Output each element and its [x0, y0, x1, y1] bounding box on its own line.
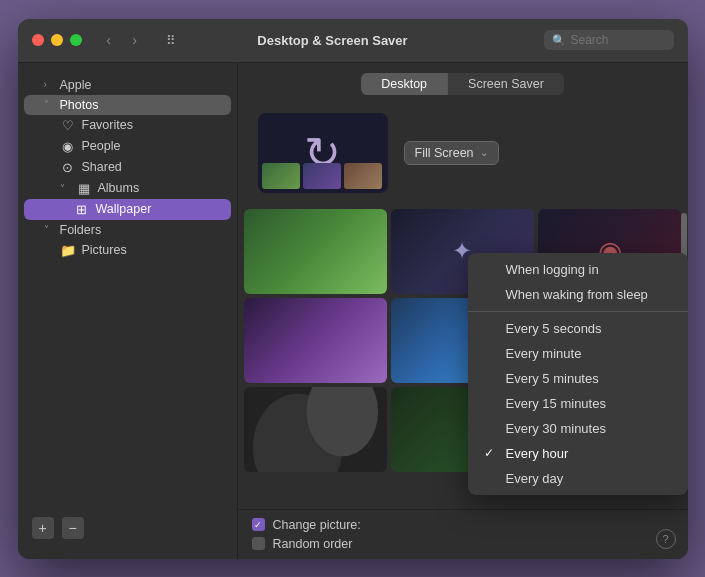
dropdown-label-5: Every 5 minutes	[506, 371, 599, 386]
sidebar-item-pictures[interactable]: 📁 Pictures	[24, 240, 231, 261]
dropdown-item-waking[interactable]: When waking from sleep	[468, 282, 688, 307]
sidebar-folders-label: Folders	[60, 223, 217, 237]
preview-thumbnail: ↻	[258, 113, 388, 193]
wallpaper-icon: ⊞	[74, 202, 90, 217]
dropdown-label-9: Every day	[506, 471, 564, 486]
main-panel: Desktop Screen Saver ↻ Fill Screen ⌄	[238, 63, 688, 559]
main-window: ‹ › ⠿ Desktop & Screen Saver 🔍 › Apple ˅…	[18, 19, 688, 559]
tab-screensaver[interactable]: Screen Saver	[448, 73, 564, 95]
maximize-button[interactable]	[70, 34, 82, 46]
search-input[interactable]	[571, 33, 661, 47]
dropdown-item-1d[interactable]: Every day	[468, 466, 688, 491]
gallery-thumb-4[interactable]	[244, 298, 387, 383]
dropdown-label-3: Every 5 seconds	[506, 321, 602, 336]
back-button[interactable]: ‹	[98, 29, 120, 51]
change-picture-label: Change picture:	[273, 518, 361, 532]
sidebar-item-folders[interactable]: ˅ Folders	[24, 220, 231, 240]
sidebar-item-wallpaper[interactable]: ⊞ Wallpaper	[24, 199, 231, 220]
gallery-thumb-7[interactable]	[244, 387, 387, 472]
dropdown-item-1m[interactable]: Every minute	[468, 341, 688, 366]
sidebar-footer: + −	[18, 509, 237, 547]
sidebar-albums-label: Albums	[98, 181, 217, 195]
dropdown-item-30m[interactable]: Every 30 minutes	[468, 416, 688, 441]
random-order-checkbox[interactable]	[252, 537, 265, 550]
person-icon: ◉	[60, 139, 76, 154]
random-order-label: Random order	[273, 537, 353, 551]
dropdown-label-8: Every hour	[506, 446, 569, 461]
dropdown-menu: When logging in When waking from sleep E…	[468, 253, 688, 495]
sidebar-people-label: People	[82, 139, 217, 153]
sidebar-apple-label: Apple	[60, 78, 217, 92]
help-button[interactable]: ?	[656, 529, 676, 549]
dropdown-item-1h[interactable]: ✓ Every hour	[468, 441, 688, 466]
fill-dropdown-label: Fill Screen	[415, 146, 474, 160]
sidebar: › Apple ˅ Photos ♡ Favorites ◉ People ⊙ …	[18, 63, 238, 559]
sidebar-item-people[interactable]: ◉ People	[24, 136, 231, 157]
sidebar-pictures-label: Pictures	[82, 243, 217, 257]
sidebar-wallpaper-label: Wallpaper	[96, 202, 217, 216]
sidebar-item-favorites[interactable]: ♡ Favorites	[24, 115, 231, 136]
content-area: › Apple ˅ Photos ♡ Favorites ◉ People ⊙ …	[18, 63, 688, 559]
tab-desktop[interactable]: Desktop	[361, 73, 448, 95]
heart-icon: ♡	[60, 118, 76, 133]
window-title: Desktop & Screen Saver	[132, 33, 534, 48]
titlebar: ‹ › ⠿ Desktop & Screen Saver 🔍	[18, 19, 688, 63]
sidebar-item-photos[interactable]: ˅ Photos	[24, 95, 231, 115]
fill-dropdown[interactable]: Fill Screen ⌄	[404, 141, 499, 165]
preview-row: ↻ Fill Screen ⌄	[238, 103, 688, 203]
dropdown-label-4: Every minute	[506, 346, 582, 361]
check-filled-8: ✓	[484, 446, 498, 460]
folder-icon: 📁	[60, 243, 76, 258]
random-order-row: Random order	[252, 537, 674, 551]
change-picture-row: ✓ Change picture:	[252, 518, 674, 532]
minimize-button[interactable]	[51, 34, 63, 46]
sidebar-item-apple[interactable]: › Apple	[24, 75, 231, 95]
preview-mini-grid	[262, 163, 384, 189]
dropdown-label-6: Every 15 minutes	[506, 396, 606, 411]
dropdown-label-2: When waking from sleep	[506, 287, 648, 302]
add-button[interactable]: +	[32, 517, 54, 539]
gallery-thumb-1[interactable]	[244, 209, 387, 294]
shared-icon: ⊙	[60, 160, 76, 175]
albums-icon: ▦	[76, 181, 92, 196]
preview-mini-3	[344, 163, 382, 189]
sidebar-item-albums[interactable]: ˅ ▦ Albums	[24, 178, 231, 199]
search-box: 🔍	[544, 30, 674, 50]
dropdown-label-7: Every 30 minutes	[506, 421, 606, 436]
dropdown-item-logging-in[interactable]: When logging in	[468, 257, 688, 282]
chevron-down-icon-albums: ˅	[60, 183, 70, 194]
traffic-lights	[32, 34, 82, 46]
dropdown-arrow-icon: ⌄	[480, 147, 488, 158]
sidebar-item-shared[interactable]: ⊙ Shared	[24, 157, 231, 178]
close-button[interactable]	[32, 34, 44, 46]
change-picture-checkbox[interactable]: ✓	[252, 518, 265, 531]
chevron-right-icon: ›	[44, 79, 54, 90]
dropdown-label-1: When logging in	[506, 262, 599, 277]
check-icon: ✓	[254, 520, 262, 530]
bottom-controls: ✓ Change picture: Random order	[238, 509, 688, 559]
dropdown-item-5m[interactable]: Every 5 minutes	[468, 366, 688, 391]
sidebar-favorites-label: Favorites	[82, 118, 217, 132]
chevron-down-icon: ˅	[44, 99, 54, 110]
preview-mini-2	[303, 163, 341, 189]
remove-button[interactable]: −	[62, 517, 84, 539]
search-icon: 🔍	[552, 34, 566, 47]
dropdown-item-5s[interactable]: Every 5 seconds	[468, 316, 688, 341]
sidebar-shared-label: Shared	[82, 160, 217, 174]
tabs-row: Desktop Screen Saver	[238, 63, 688, 103]
sidebar-photos-label: Photos	[60, 98, 217, 112]
chevron-down-icon-folders: ˅	[44, 224, 54, 235]
dropdown-item-15m[interactable]: Every 15 minutes	[468, 391, 688, 416]
dropdown-divider-1	[468, 311, 688, 312]
preview-mini-1	[262, 163, 300, 189]
